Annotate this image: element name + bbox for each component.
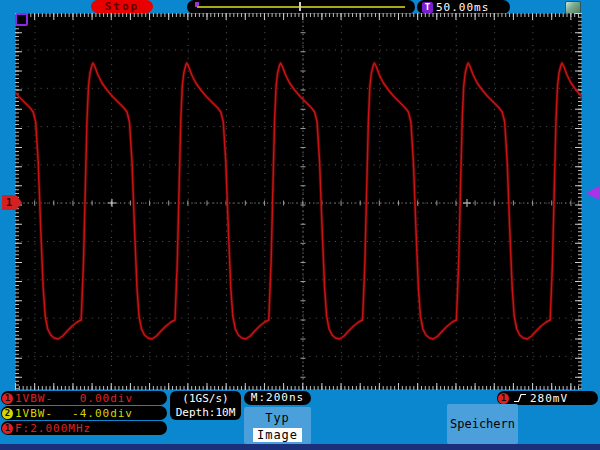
type-menu-title: Typ (244, 411, 311, 425)
ch2-badge: 2 (2, 408, 13, 419)
run-state-badge: Stop (91, 0, 153, 13)
horizontal-offset-readout: T 50.00ms (417, 0, 510, 14)
oscilloscope-screen: Stop T 50.00ms 1 1 1VBW- 0.00div 2 1VBW-… (0, 0, 600, 450)
ch1-badge: 1 (2, 393, 13, 404)
horizontal-offset-value: 50.00ms (436, 1, 489, 14)
ch1-readout-row: 1 1VBW- 0.00div (1, 391, 167, 405)
sample-rate-value: (1GS/s) (170, 392, 241, 406)
record-position-line (197, 6, 405, 8)
ch2-scale-label: 1VBW- (15, 407, 53, 420)
timebase-readout: M:200ns (244, 391, 311, 405)
memory-depth-value: Depth:10M (170, 406, 241, 420)
ch1-position-value: 0.00div (80, 392, 133, 405)
save-button-label: Speichern (450, 417, 515, 431)
save-button[interactable]: Speichern (447, 404, 518, 444)
record-center-tick (299, 2, 301, 11)
trigger-readout: 1 280mV (497, 391, 598, 405)
ch1-scale-label: 1VBW- (15, 392, 53, 405)
waveform-plot (15, 13, 582, 390)
graticule: 1 (15, 13, 582, 390)
freq-badge: 1 (2, 423, 13, 434)
trigger-level-value: 280mV (530, 392, 568, 405)
trigger-level-arrow-icon (586, 186, 599, 200)
bottom-edge-strip (0, 444, 600, 450)
trigger-t-icon: T (422, 2, 433, 13)
record-position-bar (187, 0, 415, 14)
ch2-readout-row: 2 1VBW- -4.00div (1, 406, 167, 420)
trigger-horizontal-marker-icon (15, 13, 28, 26)
trigger-source-badge: 1 (498, 393, 509, 404)
type-menu-selected-value[interactable]: Image (253, 428, 302, 442)
frequency-value: F:2.000MHz (15, 422, 91, 435)
ch2-position-value: -4.00div (72, 407, 133, 420)
frequency-readout-row: 1 F:2.000MHz (1, 421, 167, 435)
acquisition-readout: (1GS/s) Depth:10M (170, 391, 241, 420)
type-menu-button[interactable]: Typ Image (244, 407, 311, 444)
rising-edge-icon (513, 393, 527, 403)
